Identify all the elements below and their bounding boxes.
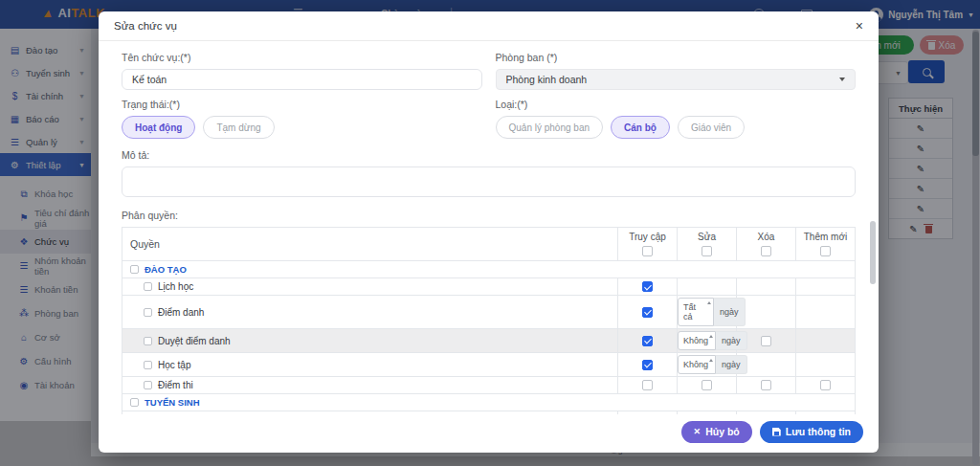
perm-cell <box>737 377 796 394</box>
perm-limit-unit: ngày <box>714 298 746 326</box>
perm-limit-unit: ngày <box>716 331 747 350</box>
name-label: Tên chức vụ:(*) <box>122 52 482 63</box>
perm-section-checkbox[interactable] <box>130 265 139 274</box>
chevron-down-icon <box>839 78 845 81</box>
perm-section-label: ĐÀO TẠO <box>145 264 187 275</box>
perm-limit-input[interactable]: Không <box>678 331 716 350</box>
perm-row-label-cell: Học viên <box>122 411 618 415</box>
perm-limit-group: Khôngngày <box>678 355 747 374</box>
perm-limit-group: Khôngngày <box>678 331 747 350</box>
perm-cell <box>618 296 678 329</box>
perm-cell <box>618 278 678 296</box>
modal-scrollbar[interactable] <box>870 221 876 284</box>
perm-col-label: Thêm mới <box>796 232 855 242</box>
perm-cell <box>618 377 678 394</box>
type-pill-quan-ly-phong-ban[interactable]: Quản lý phòng ban <box>496 116 604 139</box>
perm-column-checkbox[interactable] <box>642 246 653 256</box>
perm-col-header-sua: Sửa <box>678 228 737 261</box>
permissions-label: Phân quyền: <box>122 210 856 221</box>
perm-limit-input[interactable]: Không <box>678 355 716 374</box>
status-pill-hoat-dong[interactable]: Hoạt động <box>122 116 195 139</box>
perm-checkbox[interactable] <box>642 307 653 318</box>
perm-column-checkbox[interactable] <box>820 246 831 256</box>
perm-row-checkbox[interactable] <box>144 361 152 369</box>
modal-body: Tên chức vụ:(*) Phòng ban (*) Phòng kinh… <box>99 41 879 414</box>
perm-row-label-cell: Học tập <box>122 353 618 377</box>
perm-cell <box>737 296 796 329</box>
perm-checkbox[interactable] <box>642 380 653 390</box>
perm-row-checkbox[interactable] <box>144 308 152 317</box>
perm-cell <box>796 296 856 329</box>
perm-row-checkbox[interactable] <box>144 337 152 345</box>
modal-footer: ✕ Hủy bỏ Lưu thông tin <box>99 414 879 449</box>
perm-row-label: Điểm thi <box>158 380 193 390</box>
close-icon[interactable]: × <box>856 19 863 33</box>
perm-col-header-them-moi: Thêm mới <box>796 228 856 261</box>
perm-row-checkbox[interactable] <box>144 381 152 389</box>
perm-cell <box>737 411 796 415</box>
type-label: Loại:(*) <box>496 99 857 110</box>
perm-section-row: ĐÀO TẠO <box>122 261 856 278</box>
x-icon: ✕ <box>694 427 702 436</box>
perm-cell <box>678 411 737 415</box>
type-pill-can-bo[interactable]: Cán bộ <box>611 116 670 139</box>
description-textarea[interactable] <box>122 166 856 197</box>
type-pill-giao-vien[interactable]: Giáo viên <box>678 116 745 139</box>
perm-cell <box>618 411 678 415</box>
cancel-button[interactable]: ✕ Hủy bỏ <box>681 421 752 443</box>
perm-row-label: Điểm danh <box>158 307 204 318</box>
department-label: Phòng ban (*) <box>496 52 857 63</box>
modal-header: Sửa chức vụ × <box>99 11 879 41</box>
perm-cell <box>796 353 856 377</box>
perm-cell <box>618 329 678 353</box>
status-pill-tam-dung[interactable]: Tạm dừng <box>203 116 274 139</box>
perm-section-label: TUYỂN SINH <box>145 397 200 408</box>
perm-row-label: Học tập <box>158 360 190 370</box>
perm-cell <box>796 377 856 394</box>
perm-section-row: TUYỂN SINH <box>122 394 856 411</box>
perm-column-checkbox[interactable] <box>761 246 771 256</box>
status-label: Trạng thái:(*) <box>122 99 482 110</box>
perm-limit-group: Tất cảngày <box>678 298 746 326</box>
save-icon <box>772 428 781 436</box>
perm-row-label-cell: Lịch học <box>122 278 618 296</box>
perm-row-label-cell: Điểm thi <box>122 377 618 394</box>
edit-position-modal: Sửa chức vụ × Tên chức vụ:(*) Phòng ban … <box>99 11 879 453</box>
perm-checkbox[interactable] <box>820 380 831 390</box>
perm-cell <box>796 278 856 296</box>
position-name-input[interactable] <box>122 69 482 90</box>
perm-section-checkbox[interactable] <box>130 398 139 407</box>
perm-cell <box>678 377 737 394</box>
perm-cell <box>618 353 678 377</box>
perm-limit-input[interactable]: Tất cả <box>678 298 714 326</box>
perm-col-label: Truy cập <box>618 232 677 242</box>
description-label: Mô tả: <box>122 149 856 161</box>
perm-cell: Khôngngày <box>678 353 737 377</box>
perm-checkbox[interactable] <box>642 360 653 370</box>
perm-checkbox[interactable] <box>761 336 771 346</box>
modal-title: Sửa chức vụ <box>114 20 177 32</box>
department-select[interactable]: Phòng kinh doanh <box>496 69 857 90</box>
perm-limit-unit: ngày <box>716 355 747 374</box>
perm-col-header-truy-cap: Truy cập <box>618 228 678 261</box>
perm-checkbox[interactable] <box>702 380 712 390</box>
perm-column-checkbox[interactable] <box>702 246 712 256</box>
perm-checkbox[interactable] <box>642 336 653 346</box>
perm-row-label: Lịch học <box>158 281 193 292</box>
perm-row-checkbox[interactable] <box>144 282 152 291</box>
perm-cell <box>678 278 737 296</box>
perm-row-label-cell: Duyệt điểm danh <box>122 329 618 353</box>
perm-cell: Tất cảngày <box>678 296 737 329</box>
permissions-table: QuyềnTruy cậpSửaXóaThêm mới ĐÀO TẠOLịch … <box>122 227 856 414</box>
perm-checkbox[interactable] <box>761 380 771 390</box>
perm-cell: Khôngngày <box>678 329 737 353</box>
perm-row-label-cell: Điểm danh <box>122 296 618 329</box>
perm-col-header-quyen: Quyền <box>122 228 618 261</box>
perm-col-label: Xóa <box>737 232 795 242</box>
save-button[interactable]: Lưu thông tin <box>760 421 863 443</box>
perm-col-label: Sửa <box>678 232 736 242</box>
perm-checkbox[interactable] <box>642 281 653 292</box>
perm-cell <box>796 329 856 353</box>
perm-row-label: Duyệt điểm danh <box>158 336 231 346</box>
perm-cell <box>796 411 856 415</box>
